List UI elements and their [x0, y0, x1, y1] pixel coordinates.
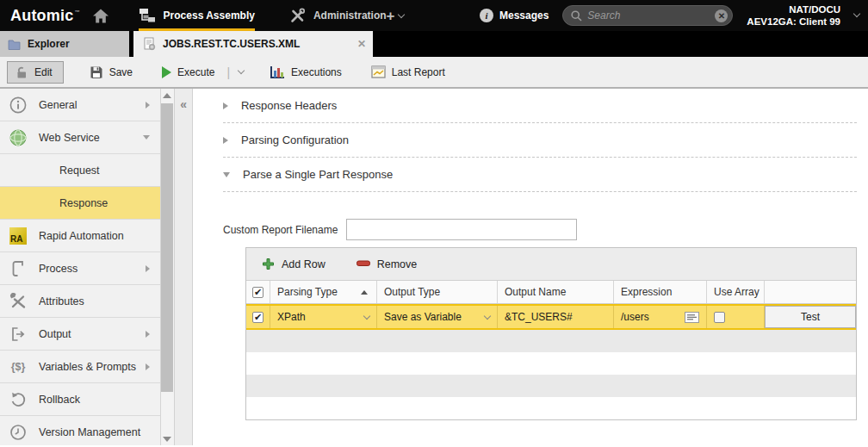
messages-button[interactable]: i Messages	[480, 9, 549, 22]
sidebar-item-rollback[interactable]: Rollback	[0, 383, 160, 416]
top-bar: Automic™ Process Assembly	[0, 0, 868, 31]
executions-button[interactable]: Executions	[266, 62, 345, 83]
sidebar-item-variables-prompts[interactable]: {$} Variables & Prompts	[0, 351, 160, 383]
sort-ascending-icon	[361, 290, 368, 295]
tab-explorer[interactable]: Explorer	[0, 31, 129, 57]
client-menu[interactable]: NAT/DOCU AEV12GA: Client 99	[747, 3, 840, 28]
sidebar-item-rapid-automation[interactable]: RA Rapid Automation	[0, 220, 160, 252]
remove-label: Remove	[377, 258, 418, 270]
use-array-cell	[707, 306, 765, 328]
sidebar-item-label: Process	[39, 263, 78, 275]
nav-label: Administration	[313, 9, 387, 22]
report-icon	[371, 65, 386, 78]
toolbar-separator: |	[226, 65, 230, 79]
tab-label: Explorer	[28, 38, 70, 50]
expression-cell[interactable]: /users	[614, 306, 707, 328]
search-input[interactable]	[587, 9, 715, 22]
last-report-button[interactable]: Last Report	[368, 62, 449, 82]
chevron-down-icon	[397, 11, 404, 18]
info-icon: i	[480, 9, 493, 22]
execute-options-chevron-icon[interactable]	[238, 66, 245, 73]
workflow-icon	[139, 8, 156, 23]
edit-button[interactable]: Edit	[7, 61, 64, 84]
nav-process-assembly[interactable]: Process Assembly	[139, 0, 255, 31]
sidebar-item-process[interactable]: Process	[0, 252, 160, 285]
remove-button[interactable]: Remove	[356, 258, 418, 270]
custom-report-filename-input[interactable]	[346, 219, 577, 240]
sidebar-item-request[interactable]: Request	[0, 154, 160, 187]
output-name-cell[interactable]: &TC_USERS#	[498, 306, 614, 328]
test-button[interactable]: Test	[765, 306, 856, 328]
chevron-right-icon	[223, 137, 228, 144]
save-button[interactable]: Save	[86, 62, 136, 83]
execute-button[interactable]: Execute	[158, 63, 218, 82]
object-document-icon	[142, 37, 156, 51]
client-chevron-down-icon	[853, 10, 860, 17]
rapid-automation-icon: RA	[8, 227, 28, 245]
parsing-table: Add Row Remove ✔ Parsing Type	[245, 247, 857, 420]
dropdown-chevron-icon	[363, 312, 370, 319]
expression-editor-icon[interactable]	[685, 312, 699, 323]
tab-row: Explorer JOBS.REST.TC.USERS.XML ✕	[0, 31, 868, 57]
section-parsing-configuration[interactable]: Parsing Configuration	[223, 123, 857, 158]
section-parse-single-part-response[interactable]: Parse a Single Part Response	[223, 158, 857, 192]
main-nav: Process Assembly Administration	[139, 0, 387, 31]
empty-row	[246, 375, 856, 397]
last-report-label: Last Report	[392, 66, 445, 78]
section-response-headers[interactable]: Response Headers	[223, 89, 857, 123]
chevron-right-icon	[146, 102, 150, 109]
add-perspective-button[interactable]: +	[387, 0, 404, 31]
column-label: Use Array	[714, 286, 760, 298]
column-header-use-array[interactable]: Use Array	[707, 281, 765, 303]
use-array-checkbox[interactable]	[714, 312, 725, 323]
connection-name: NAT/DOCU	[747, 3, 840, 16]
column-header-output-name[interactable]: Output Name	[498, 281, 614, 303]
home-button[interactable]	[92, 0, 109, 31]
process-icon	[8, 259, 28, 278]
collapse-sidebar-icon[interactable]: «	[180, 97, 187, 111]
variables-icon: {$}	[8, 361, 28, 373]
sidebar-item-version-management[interactable]: Version Management	[0, 416, 160, 447]
messages-label: Messages	[499, 9, 549, 22]
bar-chart-icon	[270, 65, 285, 79]
tab-document[interactable]: JOBS.REST.TC.USERS.XML ✕	[133, 31, 373, 57]
trademark-mark: ™	[74, 9, 79, 15]
scroll-up-icon[interactable]	[161, 89, 174, 102]
test-cell: Test	[765, 306, 856, 328]
sidebar-item-label: Rollback	[39, 394, 80, 406]
add-row-label: Add Row	[282, 258, 326, 270]
sidebar-item-general[interactable]: General	[0, 89, 160, 121]
row-checkbox-cell: ✔	[246, 306, 270, 328]
column-header-output-type[interactable]: Output Type	[377, 281, 498, 303]
sidebar-item-web-service[interactable]: Web Service	[0, 121, 160, 154]
tab-close-icon[interactable]: ✕	[357, 38, 366, 50]
select-all-checkbox[interactable]: ✔	[252, 287, 264, 298]
row-checkbox[interactable]: ✔	[252, 312, 264, 323]
chevron-right-icon	[223, 102, 228, 109]
save-icon	[90, 65, 103, 79]
sidebar-item-label: Web Service	[39, 132, 100, 144]
parsing-type-cell[interactable]: XPath	[270, 306, 377, 328]
column-header-expression[interactable]: Expression	[614, 281, 707, 303]
scrollbar-thumb[interactable]	[161, 103, 173, 392]
nav-administration[interactable]: Administration	[289, 0, 387, 31]
column-label: Expression	[621, 286, 672, 298]
chevron-down-icon	[143, 135, 150, 140]
search-clear-icon[interactable]: ✕	[715, 9, 728, 22]
sidebar-item-label: General	[39, 99, 77, 111]
sidebar-item-output[interactable]: Output	[0, 318, 160, 351]
output-icon	[8, 326, 28, 343]
column-label: Output Type	[384, 286, 440, 298]
scroll-down-icon[interactable]	[161, 432, 174, 445]
sidebar-item-attributes[interactable]: Attributes	[0, 285, 160, 318]
sidebar-item-response[interactable]: Response	[0, 187, 160, 220]
column-header-parsing-type[interactable]: Parsing Type	[270, 281, 377, 303]
table-row-selected[interactable]: ✔ XPath Save as Variable &TC_USERS# /u	[246, 304, 856, 330]
section-title: Parse a Single Part Response	[243, 168, 393, 181]
output-type-cell[interactable]: Save as Variable	[377, 306, 498, 328]
logo-text: Automic	[10, 7, 73, 25]
sidebar-scrollbar[interactable]	[160, 89, 174, 445]
custom-report-filename-row: Custom Report Filename	[223, 219, 857, 240]
play-icon	[162, 66, 171, 78]
add-row-button[interactable]: Add Row	[262, 258, 326, 270]
